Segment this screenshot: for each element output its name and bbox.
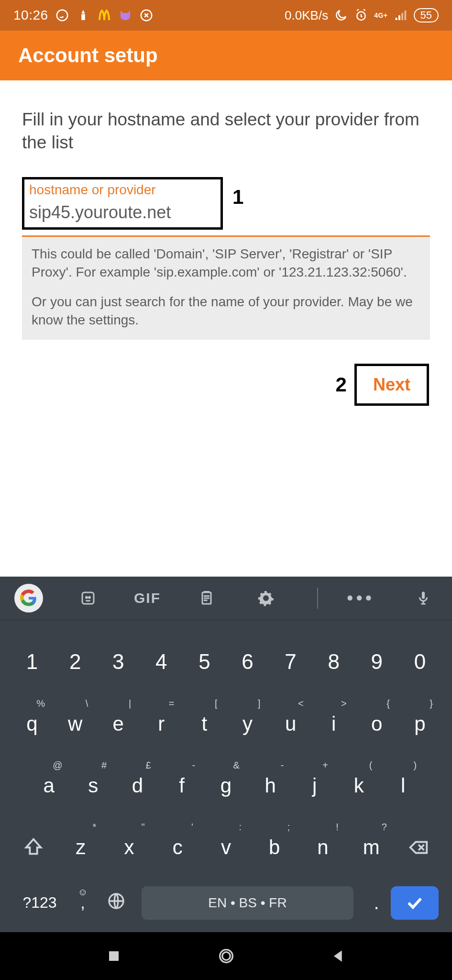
symbols-key[interactable]: ?123 (13, 894, 66, 912)
sticker-icon[interactable] (68, 584, 108, 612)
key-k[interactable]: k( (337, 763, 381, 809)
key-w[interactable]: w\ (54, 701, 97, 747)
key-n[interactable]: n! (298, 824, 347, 870)
app-bar: Account setup (0, 31, 452, 80)
whatsapp-icon (55, 8, 69, 22)
clipboard-icon[interactable] (187, 584, 227, 612)
svg-rect-7 (422, 592, 425, 599)
input-underline (22, 235, 430, 237)
key-9[interactable]: 9 (355, 638, 398, 685)
help-paragraph-2: Or you can just search for the name of y… (32, 293, 420, 329)
shift-key[interactable] (11, 824, 56, 870)
space-key[interactable]: EN • BS • FR (142, 886, 353, 920)
key-8[interactable]: 8 (312, 638, 355, 685)
app-notification-icon-1 (76, 8, 90, 22)
keyboard-toolbar: GIF ••• (0, 577, 452, 620)
toolbar-divider (317, 588, 318, 609)
help-text-box: This could be called 'Domain', 'SIP Serv… (22, 236, 430, 340)
alarm-icon (354, 8, 368, 22)
hostname-field-wrap: hostname or provider 1 (22, 177, 430, 230)
svg-rect-3 (82, 592, 94, 604)
nav-home-button[interactable] (214, 944, 238, 968)
hostname-label: hostname or provider (29, 182, 216, 198)
annotation-2: 2 (336, 373, 347, 396)
key-a[interactable]: a@ (27, 763, 71, 809)
key-c[interactable]: c' (154, 824, 202, 870)
key-6[interactable]: 6 (226, 638, 269, 685)
google-icon[interactable] (9, 584, 49, 612)
key-b[interactable]: b; (250, 824, 298, 870)
svg-point-11 (222, 952, 230, 960)
soft-keyboard: GIF ••• 1234567890 q%w\e|r=t[y]u<i>o{p} … (0, 577, 452, 932)
key-d[interactable]: d£ (115, 763, 160, 809)
enter-key[interactable] (391, 886, 439, 920)
close-circle-icon (139, 8, 154, 22)
key-g[interactable]: g& (204, 763, 248, 809)
key-y[interactable]: y] (226, 701, 269, 747)
status-right: 0.0KB/s 4G+ 55 (285, 8, 439, 23)
key-e[interactable]: e| (97, 701, 140, 747)
moon-icon (334, 8, 348, 22)
keyboard-rows: 1234567890 q%w\e|r=t[y]u<i>o{p} a@s#d£f-… (0, 620, 452, 932)
key-5[interactable]: 5 (183, 638, 226, 685)
svg-point-0 (56, 10, 67, 21)
svg-point-5 (89, 597, 90, 598)
period-key[interactable]: . (362, 892, 391, 913)
key-f[interactable]: f- (160, 763, 204, 809)
gear-icon[interactable] (246, 584, 286, 612)
emoji-key[interactable]: ☺ , (66, 893, 99, 912)
key-7[interactable]: 7 (269, 638, 312, 685)
annotation-1: 1 (232, 186, 243, 209)
page-title: Account setup (18, 44, 158, 67)
next-button[interactable]: Next (354, 364, 429, 406)
key-4[interactable]: 4 (140, 638, 183, 685)
key-1[interactable]: 1 (11, 638, 54, 685)
button-row: 2 Next (22, 364, 430, 406)
key-3[interactable]: 3 (97, 638, 140, 685)
nav-back-button[interactable] (327, 944, 351, 968)
mic-icon[interactable] (403, 584, 443, 612)
hostname-input[interactable] (29, 202, 216, 223)
svg-rect-9 (109, 951, 119, 961)
key-o[interactable]: o{ (355, 701, 398, 747)
key-p[interactable]: p} (398, 701, 441, 747)
key-2[interactable]: 2 (54, 638, 97, 685)
mcdonalds-icon (97, 8, 111, 22)
key-r[interactable]: r= (140, 701, 183, 747)
key-l[interactable]: l) (381, 763, 426, 809)
key-j[interactable]: j+ (292, 763, 337, 809)
key-q[interactable]: q% (11, 701, 54, 747)
svg-point-4 (86, 597, 88, 598)
key-t[interactable]: t[ (183, 701, 226, 747)
key-z[interactable]: z* (56, 824, 105, 870)
key-i[interactable]: i> (312, 701, 355, 747)
nav-recent-button[interactable] (102, 944, 126, 968)
key-v[interactable]: v: (202, 824, 250, 870)
key-h[interactable]: h- (248, 763, 293, 809)
hostname-field-highlight: hostname or provider (22, 177, 223, 230)
key-0[interactable]: 0 (398, 638, 441, 685)
status-left: 10:26 (13, 8, 154, 23)
help-paragraph-1: This could be called 'Domain', 'SIP Serv… (32, 245, 420, 281)
battery-level: 55 (414, 8, 439, 22)
key-m[interactable]: m? (347, 824, 396, 870)
more-icon[interactable]: ••• (347, 584, 375, 612)
status-time: 10:26 (13, 8, 48, 23)
content-area: Fill in your hostname and select your pr… (0, 80, 452, 406)
gif-button[interactable]: GIF (127, 584, 167, 612)
data-rate: 0.0KB/s (285, 8, 328, 23)
signal-icon (394, 8, 408, 22)
status-bar: 10:26 0.0KB/s 4G+ 55 (0, 0, 452, 31)
system-nav-bar (0, 932, 452, 980)
backspace-key[interactable] (396, 824, 441, 870)
network-type: 4G+ (374, 12, 387, 19)
language-key[interactable] (99, 891, 133, 914)
key-x[interactable]: x" (105, 824, 153, 870)
key-u[interactable]: u< (269, 701, 312, 747)
key-s[interactable]: s# (71, 763, 116, 809)
cat-icon (118, 8, 132, 22)
instructions-text: Fill in your hostname and select your pr… (22, 108, 430, 154)
